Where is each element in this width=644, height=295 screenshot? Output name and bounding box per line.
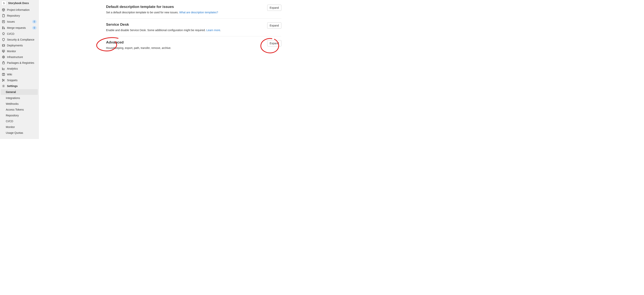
sidebar-item-label: Monitor [7, 50, 36, 53]
subnav-monitor[interactable]: Monitor [0, 124, 38, 130]
svg-point-1 [2, 27, 3, 27]
package-icon [2, 61, 5, 64]
sidebar-item-wiki[interactable]: Wiki [0, 71, 38, 77]
section-title: Advanced [106, 40, 263, 44]
svg-point-7 [3, 57, 4, 57]
deployments-icon [2, 44, 5, 47]
sidebar-item-label: Analytics [7, 67, 36, 70]
sidebar-item-label: Infrastructure [7, 55, 36, 58]
settings-subnav: General Integrations Webhooks Access Tok… [0, 89, 38, 136]
sidebar-item-label: Project information [7, 8, 36, 11]
project-name: Storybook Docs [8, 1, 29, 5]
svg-rect-5 [2, 50, 5, 52]
gear-icon [2, 84, 5, 88]
sidebar-item-deployments[interactable]: Deployments [0, 42, 38, 48]
sidebar-item-cicd[interactable]: CI/CD [0, 31, 38, 37]
sidebar-item-merge-requests[interactable]: Merge requests 0 [0, 25, 38, 31]
subnav-integrations[interactable]: Integrations [0, 95, 38, 101]
sidebar-item-label: Wiki [7, 73, 36, 76]
subnav-cicd[interactable]: CI/CD [0, 118, 38, 124]
subnav-general[interactable]: General [1, 89, 38, 95]
description-templates-link[interactable]: What are description templates? [179, 11, 218, 14]
section-service-desk: Service Desk Enable and disable Service … [106, 18, 281, 36]
sidebar-item-label: Snippets [7, 79, 36, 82]
sidebar-item-label: Security & Compliance [7, 38, 36, 41]
sidebar-item-issues[interactable]: Issues 0 [0, 18, 38, 25]
section-title: Service Desk [106, 22, 263, 27]
sidebar-item-analytics[interactable]: Analytics [0, 66, 38, 71]
section-default-description-template: Default description template for issues … [106, 0, 281, 18]
sidebar-item-label: Merge requests [7, 26, 30, 29]
learn-more-link[interactable]: Learn more [206, 29, 220, 32]
svg-point-10 [2, 79, 3, 80]
sidebar-item-label: Repository [7, 14, 36, 17]
issues-icon [2, 20, 5, 23]
project-header[interactable]: S Storybook Docs [0, 0, 38, 7]
analytics-icon [2, 67, 5, 70]
sidebar-item-snippets[interactable]: Snippets [0, 77, 38, 83]
scissors-icon [2, 79, 5, 82]
section-advanced: Advanced Housekeeping, export, path, tra… [106, 36, 281, 54]
issues-count-badge: 0 [32, 20, 36, 23]
section-desc-suffix: . [220, 29, 221, 32]
subnav-webhooks[interactable]: Webhooks [0, 101, 38, 107]
sidebar-item-label: Settings [7, 84, 36, 88]
sidebar: S Storybook Docs Project information Rep… [0, 0, 39, 139]
project-avatar: S [2, 1, 6, 5]
book-icon [2, 73, 5, 76]
svg-point-2 [2, 28, 3, 29]
section-desc-text: Set a default description template to be… [106, 11, 179, 14]
merge-icon [2, 26, 5, 29]
subnav-repository[interactable]: Repository [0, 112, 38, 118]
shield-icon [2, 38, 5, 41]
rocket-icon [2, 32, 5, 35]
svg-rect-8 [2, 62, 4, 64]
sidebar-item-label: CI/CD [7, 32, 36, 35]
section-description: Enable and disable Service Desk. Some ad… [106, 28, 263, 32]
section-description: Set a default description template to be… [106, 10, 263, 14]
expand-button-service-desk[interactable]: Expand [267, 22, 281, 29]
mr-count-badge: 0 [32, 26, 36, 29]
subnav-access-tokens[interactable]: Access Tokens [0, 107, 38, 112]
sidebar-item-repository[interactable]: Repository [0, 13, 38, 18]
svg-point-3 [4, 28, 5, 29]
project-icon [2, 8, 5, 11]
sidebar-item-project-information[interactable]: Project information [0, 7, 38, 13]
sidebar-item-settings[interactable]: Settings [0, 83, 38, 89]
section-title: Default description template for issues [106, 5, 263, 9]
sidebar-item-monitor[interactable]: Monitor [0, 48, 38, 54]
section-desc-text: Enable and disable Service Desk. Some ad… [106, 29, 206, 32]
sidebar-item-label: Issues [7, 20, 30, 23]
svg-point-12 [3, 86, 4, 86]
sidebar-item-label: Packages & Registries [7, 61, 36, 64]
svg-point-11 [2, 81, 3, 81]
expand-button-desc-template[interactable]: Expand [267, 5, 281, 11]
sidebar-item-packages[interactable]: Packages & Registries [0, 60, 38, 66]
main-content: Default description template for issues … [39, 0, 302, 139]
subnav-usage-quotas[interactable]: Usage Quotas [0, 130, 38, 136]
monitor-icon [2, 50, 5, 53]
section-description: Housekeeping, export, path, transfer, re… [106, 46, 263, 50]
file-icon [2, 14, 5, 17]
infrastructure-icon [2, 55, 5, 58]
sidebar-item-infrastructure[interactable]: Infrastructure [0, 54, 38, 60]
expand-button-advanced[interactable]: Expand [267, 40, 281, 46]
sidebar-item-label: Deployments [7, 44, 36, 47]
sidebar-item-security[interactable]: Security & Compliance [0, 37, 38, 42]
